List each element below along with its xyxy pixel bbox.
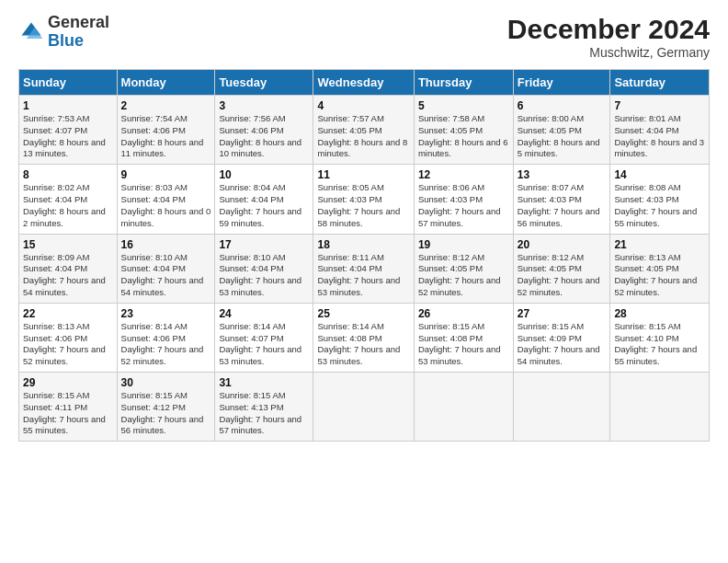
day-number: 18 — [317, 238, 409, 251]
day-info: Sunrise: 8:14 AM Sunset: 4:07 PM Dayligh… — [219, 321, 309, 368]
table-row: 1Sunrise: 7:53 AM Sunset: 4:07 PM Daylig… — [19, 96, 118, 165]
col-saturday: Saturday — [610, 70, 710, 96]
table-row: 4Sunrise: 7:57 AM Sunset: 4:05 PM Daylig… — [313, 96, 414, 165]
table-row: 25Sunrise: 8:14 AM Sunset: 4:08 PM Dayli… — [313, 303, 414, 372]
day-info: Sunrise: 8:15 AM Sunset: 4:09 PM Dayligh… — [518, 321, 607, 368]
table-row: 23Sunrise: 8:14 AM Sunset: 4:06 PM Dayli… — [117, 303, 215, 372]
day-number: 28 — [614, 307, 705, 320]
day-number: 6 — [518, 99, 607, 112]
table-row: 21Sunrise: 8:13 AM Sunset: 4:05 PM Dayli… — [610, 234, 710, 303]
table-row: 28Sunrise: 8:15 AM Sunset: 4:10 PM Dayli… — [610, 303, 710, 372]
table-row: 29Sunrise: 8:15 AM Sunset: 4:11 PM Dayli… — [19, 373, 118, 442]
table-row: 6Sunrise: 8:00 AM Sunset: 4:05 PM Daylig… — [513, 96, 610, 165]
logo-blue: Blue — [48, 31, 84, 50]
table-row: 11Sunrise: 8:05 AM Sunset: 4:03 PM Dayli… — [313, 165, 414, 234]
day-info: Sunrise: 8:15 AM Sunset: 4:08 PM Dayligh… — [418, 321, 509, 368]
day-info: Sunrise: 8:03 AM Sunset: 4:04 PM Dayligh… — [121, 182, 211, 229]
day-number: 30 — [121, 376, 211, 389]
day-number: 31 — [219, 376, 309, 389]
table-row: 3Sunrise: 7:56 AM Sunset: 4:06 PM Daylig… — [215, 96, 313, 165]
day-number: 22 — [23, 307, 113, 320]
col-friday: Friday — [513, 70, 610, 96]
calendar: Sunday Monday Tuesday Wednesday Thursday… — [18, 69, 710, 442]
table-row: 15Sunrise: 8:09 AM Sunset: 4:04 PM Dayli… — [19, 234, 118, 303]
day-info: Sunrise: 8:01 AM Sunset: 4:04 PM Dayligh… — [614, 113, 705, 160]
day-info: Sunrise: 8:15 AM Sunset: 4:10 PM Dayligh… — [614, 321, 705, 368]
day-info: Sunrise: 8:15 AM Sunset: 4:13 PM Dayligh… — [219, 390, 309, 437]
logo-icon — [18, 19, 44, 45]
table-row: 18Sunrise: 8:11 AM Sunset: 4:04 PM Dayli… — [313, 234, 414, 303]
col-sunday: Sunday — [19, 70, 118, 96]
calendar-week-row: 29Sunrise: 8:15 AM Sunset: 4:11 PM Dayli… — [19, 373, 710, 442]
day-number: 12 — [418, 168, 509, 181]
day-number: 24 — [219, 307, 309, 320]
table-row: 27Sunrise: 8:15 AM Sunset: 4:09 PM Dayli… — [513, 303, 610, 372]
calendar-header-row: Sunday Monday Tuesday Wednesday Thursday… — [19, 70, 710, 96]
table-row: 9Sunrise: 8:03 AM Sunset: 4:04 PM Daylig… — [117, 165, 215, 234]
table-row — [414, 373, 513, 442]
day-number: 9 — [121, 168, 211, 181]
logo-general: General — [48, 13, 109, 31]
day-number: 2 — [121, 99, 211, 112]
day-info: Sunrise: 8:10 AM Sunset: 4:04 PM Dayligh… — [219, 252, 309, 299]
day-info: Sunrise: 8:07 AM Sunset: 4:03 PM Dayligh… — [518, 182, 607, 229]
day-info: Sunrise: 8:15 AM Sunset: 4:12 PM Dayligh… — [121, 390, 211, 437]
table-row: 26Sunrise: 8:15 AM Sunset: 4:08 PM Dayli… — [414, 303, 513, 372]
calendar-week-row: 15Sunrise: 8:09 AM Sunset: 4:04 PM Dayli… — [19, 234, 710, 303]
day-number: 3 — [219, 99, 309, 112]
day-number: 13 — [518, 168, 607, 181]
day-number: 10 — [219, 168, 309, 181]
day-number: 1 — [23, 99, 113, 112]
table-row: 22Sunrise: 8:13 AM Sunset: 4:06 PM Dayli… — [19, 303, 118, 372]
month-title: December 2024 — [507, 14, 710, 45]
table-row: 12Sunrise: 8:06 AM Sunset: 4:03 PM Dayli… — [414, 165, 513, 234]
day-number: 14 — [614, 168, 705, 181]
col-wednesday: Wednesday — [313, 70, 414, 96]
table-row: 20Sunrise: 8:12 AM Sunset: 4:05 PM Dayli… — [513, 234, 610, 303]
day-number: 7 — [614, 99, 705, 112]
day-info: Sunrise: 7:54 AM Sunset: 4:06 PM Dayligh… — [121, 113, 211, 160]
day-number: 27 — [518, 307, 607, 320]
day-info: Sunrise: 8:15 AM Sunset: 4:11 PM Dayligh… — [23, 390, 113, 437]
table-row: 2Sunrise: 7:54 AM Sunset: 4:06 PM Daylig… — [117, 96, 215, 165]
table-row: 19Sunrise: 8:12 AM Sunset: 4:05 PM Dayli… — [414, 234, 513, 303]
calendar-week-row: 22Sunrise: 8:13 AM Sunset: 4:06 PM Dayli… — [19, 303, 710, 372]
day-info: Sunrise: 8:14 AM Sunset: 4:06 PM Dayligh… — [121, 321, 211, 368]
table-row: 5Sunrise: 7:58 AM Sunset: 4:05 PM Daylig… — [414, 96, 513, 165]
day-info: Sunrise: 8:10 AM Sunset: 4:04 PM Dayligh… — [121, 252, 211, 299]
page: General Blue December 2024 Muschwitz, Ge… — [0, 0, 728, 563]
day-number: 20 — [518, 238, 607, 251]
day-info: Sunrise: 8:14 AM Sunset: 4:08 PM Dayligh… — [317, 321, 409, 368]
calendar-week-row: 1Sunrise: 7:53 AM Sunset: 4:07 PM Daylig… — [19, 96, 710, 165]
day-info: Sunrise: 8:06 AM Sunset: 4:03 PM Dayligh… — [418, 182, 509, 229]
day-number: 19 — [418, 238, 509, 251]
col-monday: Monday — [117, 70, 215, 96]
day-info: Sunrise: 8:11 AM Sunset: 4:04 PM Dayligh… — [317, 252, 409, 299]
day-number: 29 — [23, 376, 113, 389]
table-row: 8Sunrise: 8:02 AM Sunset: 4:04 PM Daylig… — [19, 165, 118, 234]
table-row: 7Sunrise: 8:01 AM Sunset: 4:04 PM Daylig… — [610, 96, 710, 165]
day-info: Sunrise: 8:02 AM Sunset: 4:04 PM Dayligh… — [23, 182, 113, 229]
day-number: 17 — [219, 238, 309, 251]
table-row: 16Sunrise: 8:10 AM Sunset: 4:04 PM Dayli… — [117, 234, 215, 303]
table-row: 31Sunrise: 8:15 AM Sunset: 4:13 PM Dayli… — [215, 373, 313, 442]
day-info: Sunrise: 8:12 AM Sunset: 4:05 PM Dayligh… — [518, 252, 607, 299]
day-info: Sunrise: 7:57 AM Sunset: 4:05 PM Dayligh… — [317, 113, 409, 160]
day-info: Sunrise: 8:13 AM Sunset: 4:05 PM Dayligh… — [614, 252, 705, 299]
day-number: 4 — [317, 99, 409, 112]
day-number: 23 — [121, 307, 211, 320]
table-row — [313, 373, 414, 442]
day-info: Sunrise: 8:13 AM Sunset: 4:06 PM Dayligh… — [23, 321, 113, 368]
day-number: 16 — [121, 238, 211, 251]
day-info: Sunrise: 8:04 AM Sunset: 4:04 PM Dayligh… — [219, 182, 309, 229]
day-info: Sunrise: 8:00 AM Sunset: 4:05 PM Dayligh… — [518, 113, 607, 160]
table-row — [513, 373, 610, 442]
day-info: Sunrise: 8:05 AM Sunset: 4:03 PM Dayligh… — [317, 182, 409, 229]
day-info: Sunrise: 8:09 AM Sunset: 4:04 PM Dayligh… — [23, 252, 113, 299]
day-number: 11 — [317, 168, 409, 181]
day-number: 8 — [23, 168, 113, 181]
day-info: Sunrise: 8:08 AM Sunset: 4:03 PM Dayligh… — [614, 182, 705, 229]
day-number: 21 — [614, 238, 705, 251]
day-number: 25 — [317, 307, 409, 320]
day-number: 5 — [418, 99, 509, 112]
